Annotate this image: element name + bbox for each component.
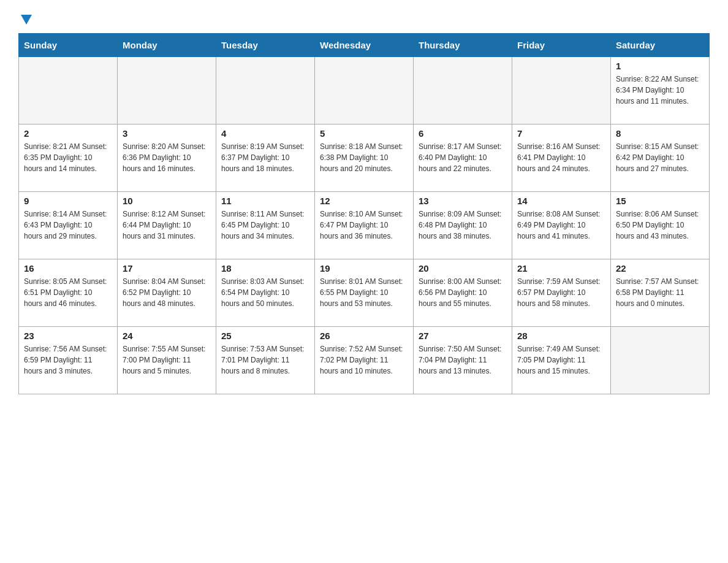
calendar-cell bbox=[414, 57, 512, 124]
calendar-cell: 14Sunrise: 8:08 AM Sunset: 6:49 PM Dayli… bbox=[512, 192, 611, 259]
day-number: 21 bbox=[517, 263, 605, 274]
day-detail: Sunrise: 8:08 AM Sunset: 6:49 PM Dayligh… bbox=[517, 209, 605, 242]
day-number: 24 bbox=[123, 331, 211, 341]
calendar-cell: 16Sunrise: 8:05 AM Sunset: 6:51 PM Dayli… bbox=[19, 259, 118, 327]
calendar-cell: 27Sunrise: 7:50 AM Sunset: 7:04 PM Dayli… bbox=[414, 327, 512, 394]
day-number: 22 bbox=[616, 263, 704, 274]
day-number: 16 bbox=[24, 263, 112, 274]
calendar-cell bbox=[19, 57, 118, 124]
day-detail: Sunrise: 8:16 AM Sunset: 6:41 PM Dayligh… bbox=[517, 141, 605, 174]
calendar-cell: 26Sunrise: 7:52 AM Sunset: 7:02 PM Dayli… bbox=[315, 327, 414, 394]
header-sunday: Sunday bbox=[19, 34, 118, 57]
logo bbox=[18, 12, 33, 23]
day-detail: Sunrise: 7:49 AM Sunset: 7:05 PM Dayligh… bbox=[517, 343, 605, 377]
day-number: 17 bbox=[123, 263, 211, 274]
day-number: 4 bbox=[221, 128, 309, 139]
logo-triangle-icon bbox=[20, 12, 33, 26]
calendar-cell: 8Sunrise: 8:15 AM Sunset: 6:42 PM Daylig… bbox=[611, 124, 710, 192]
header-friday: Friday bbox=[512, 34, 611, 57]
calendar-cell: 24Sunrise: 7:55 AM Sunset: 7:00 PM Dayli… bbox=[118, 327, 216, 394]
day-number: 11 bbox=[221, 196, 309, 206]
day-detail: Sunrise: 8:00 AM Sunset: 6:56 PM Dayligh… bbox=[419, 276, 507, 309]
calendar-cell: 11Sunrise: 8:11 AM Sunset: 6:45 PM Dayli… bbox=[216, 192, 315, 259]
day-number: 15 bbox=[616, 196, 704, 206]
day-number: 19 bbox=[320, 263, 408, 274]
calendar-cell: 10Sunrise: 8:12 AM Sunset: 6:44 PM Dayli… bbox=[118, 192, 216, 259]
day-detail: Sunrise: 8:19 AM Sunset: 6:37 PM Dayligh… bbox=[221, 141, 309, 174]
calendar-week-row: 9Sunrise: 8:14 AM Sunset: 6:43 PM Daylig… bbox=[19, 192, 710, 259]
day-number: 13 bbox=[419, 196, 507, 206]
calendar-cell: 5Sunrise: 8:18 AM Sunset: 6:38 PM Daylig… bbox=[315, 124, 414, 192]
calendar-cell: 2Sunrise: 8:21 AM Sunset: 6:35 PM Daylig… bbox=[19, 124, 118, 192]
day-detail: Sunrise: 8:09 AM Sunset: 6:48 PM Dayligh… bbox=[419, 209, 507, 242]
header-tuesday: Tuesday bbox=[216, 34, 315, 57]
day-detail: Sunrise: 7:56 AM Sunset: 6:59 PM Dayligh… bbox=[24, 343, 112, 377]
calendar-cell: 9Sunrise: 8:14 AM Sunset: 6:43 PM Daylig… bbox=[19, 192, 118, 259]
day-number: 8 bbox=[616, 128, 704, 139]
calendar-cell: 7Sunrise: 8:16 AM Sunset: 6:41 PM Daylig… bbox=[512, 124, 611, 192]
day-number: 23 bbox=[24, 331, 112, 341]
calendar-week-row: 1Sunrise: 8:22 AM Sunset: 6:34 PM Daylig… bbox=[19, 57, 710, 124]
header-wednesday: Wednesday bbox=[315, 34, 414, 57]
day-detail: Sunrise: 7:57 AM Sunset: 6:58 PM Dayligh… bbox=[616, 276, 704, 309]
calendar-cell: 25Sunrise: 7:53 AM Sunset: 7:01 PM Dayli… bbox=[216, 327, 315, 394]
day-detail: Sunrise: 7:50 AM Sunset: 7:04 PM Dayligh… bbox=[419, 343, 507, 377]
calendar-cell: 20Sunrise: 8:00 AM Sunset: 6:56 PM Dayli… bbox=[414, 259, 512, 327]
calendar-week-row: 23Sunrise: 7:56 AM Sunset: 6:59 PM Dayli… bbox=[19, 327, 710, 394]
calendar-cell: 13Sunrise: 8:09 AM Sunset: 6:48 PM Dayli… bbox=[414, 192, 512, 259]
day-number: 27 bbox=[419, 331, 507, 341]
calendar-cell bbox=[315, 57, 414, 124]
calendar-cell: 28Sunrise: 7:49 AM Sunset: 7:05 PM Dayli… bbox=[512, 327, 611, 394]
day-detail: Sunrise: 8:18 AM Sunset: 6:38 PM Dayligh… bbox=[320, 141, 408, 174]
day-number: 25 bbox=[221, 331, 309, 341]
day-detail: Sunrise: 8:01 AM Sunset: 6:55 PM Dayligh… bbox=[320, 276, 408, 309]
day-detail: Sunrise: 8:05 AM Sunset: 6:51 PM Dayligh… bbox=[24, 276, 112, 309]
day-number: 1 bbox=[616, 61, 704, 71]
calendar-cell: 6Sunrise: 8:17 AM Sunset: 6:40 PM Daylig… bbox=[414, 124, 512, 192]
day-detail: Sunrise: 7:52 AM Sunset: 7:02 PM Dayligh… bbox=[320, 343, 408, 377]
calendar-cell: 1Sunrise: 8:22 AM Sunset: 6:34 PM Daylig… bbox=[611, 57, 710, 124]
calendar-header-row: SundayMondayTuesdayWednesdayThursdayFrid… bbox=[19, 34, 710, 57]
svg-marker-0 bbox=[21, 15, 32, 25]
calendar-cell: 3Sunrise: 8:20 AM Sunset: 6:36 PM Daylig… bbox=[118, 124, 216, 192]
day-detail: Sunrise: 8:21 AM Sunset: 6:35 PM Dayligh… bbox=[24, 141, 112, 174]
header-monday: Monday bbox=[118, 34, 216, 57]
day-number: 9 bbox=[24, 196, 112, 206]
day-detail: Sunrise: 8:10 AM Sunset: 6:47 PM Dayligh… bbox=[320, 209, 408, 242]
day-number: 28 bbox=[517, 331, 605, 341]
day-detail: Sunrise: 8:11 AM Sunset: 6:45 PM Dayligh… bbox=[221, 209, 309, 242]
day-detail: Sunrise: 8:12 AM Sunset: 6:44 PM Dayligh… bbox=[123, 209, 211, 242]
day-detail: Sunrise: 8:06 AM Sunset: 6:50 PM Dayligh… bbox=[616, 209, 704, 242]
day-detail: Sunrise: 8:17 AM Sunset: 6:40 PM Dayligh… bbox=[419, 141, 507, 174]
calendar-cell bbox=[118, 57, 216, 124]
header-saturday: Saturday bbox=[611, 34, 710, 57]
calendar-cell bbox=[512, 57, 611, 124]
calendar-cell bbox=[611, 327, 710, 394]
header-thursday: Thursday bbox=[414, 34, 512, 57]
calendar-cell: 21Sunrise: 7:59 AM Sunset: 6:57 PM Dayli… bbox=[512, 259, 611, 327]
day-detail: Sunrise: 8:03 AM Sunset: 6:54 PM Dayligh… bbox=[221, 276, 309, 309]
day-number: 20 bbox=[419, 263, 507, 274]
day-number: 10 bbox=[123, 196, 211, 206]
calendar-cell: 19Sunrise: 8:01 AM Sunset: 6:55 PM Dayli… bbox=[315, 259, 414, 327]
day-number: 3 bbox=[123, 128, 211, 139]
calendar-table: SundayMondayTuesdayWednesdayThursdayFrid… bbox=[18, 33, 710, 394]
page-header bbox=[18, 12, 710, 23]
day-number: 14 bbox=[517, 196, 605, 206]
day-detail: Sunrise: 7:53 AM Sunset: 7:01 PM Dayligh… bbox=[221, 343, 309, 377]
day-number: 12 bbox=[320, 196, 408, 206]
day-number: 26 bbox=[320, 331, 408, 341]
day-detail: Sunrise: 8:22 AM Sunset: 6:34 PM Dayligh… bbox=[616, 74, 704, 107]
day-number: 7 bbox=[517, 128, 605, 139]
calendar-cell: 23Sunrise: 7:56 AM Sunset: 6:59 PM Dayli… bbox=[19, 327, 118, 394]
day-detail: Sunrise: 7:55 AM Sunset: 7:00 PM Dayligh… bbox=[123, 343, 211, 377]
calendar-cell bbox=[216, 57, 315, 124]
calendar-cell: 12Sunrise: 8:10 AM Sunset: 6:47 PM Dayli… bbox=[315, 192, 414, 259]
day-detail: Sunrise: 7:59 AM Sunset: 6:57 PM Dayligh… bbox=[517, 276, 605, 309]
day-detail: Sunrise: 8:20 AM Sunset: 6:36 PM Dayligh… bbox=[123, 141, 211, 174]
calendar-cell: 4Sunrise: 8:19 AM Sunset: 6:37 PM Daylig… bbox=[216, 124, 315, 192]
day-detail: Sunrise: 8:04 AM Sunset: 6:52 PM Dayligh… bbox=[123, 276, 211, 309]
day-detail: Sunrise: 8:15 AM Sunset: 6:42 PM Dayligh… bbox=[616, 141, 704, 174]
day-detail: Sunrise: 8:14 AM Sunset: 6:43 PM Dayligh… bbox=[24, 209, 112, 242]
day-number: 6 bbox=[419, 128, 507, 139]
